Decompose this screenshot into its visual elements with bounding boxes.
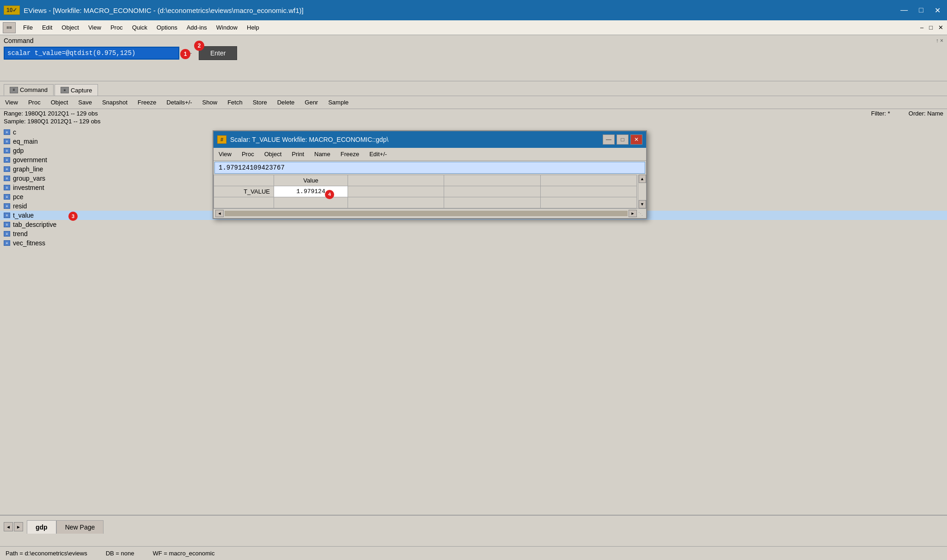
toolbar-store[interactable]: Store [248,97,272,108]
var-resid-label: resid [13,202,27,210]
scalar-toolbar-object[interactable]: Object [259,149,287,159]
command-label: Command ↑ × [4,37,943,44]
menu-edit[interactable]: Edit [37,23,57,32]
scroll-down-btn[interactable]: ▼ [639,200,646,208]
var-vec_fitness[interactable]: ≡ vec_fitness [0,238,947,248]
toolbar-save[interactable]: Save [73,97,97,108]
scalar-title-controls: — □ ✕ [603,134,642,145]
badge-1: 1 [180,49,190,59]
var-tab_descriptive[interactable]: ≡ tab_descriptive [0,220,947,229]
scalar-row-value: 1.979124 4 [274,186,348,197]
scalar-table-col4 [444,175,540,186]
scalar-toolbar-print[interactable]: Print [287,149,309,159]
menu-file[interactable]: File [18,23,37,32]
menu-addins[interactable]: Add-ins [182,23,212,32]
var-t_value-label: t_value [13,212,34,219]
hscroll-left-btn[interactable]: ◄ [215,210,224,217]
bottom-nav-arrows: ◄ ► [4,522,23,531]
toolbar-show[interactable]: Show [197,97,223,108]
scalar-toolbar-name[interactable]: Name [309,149,336,159]
var-c-label: c [13,128,16,136]
var-graph_line-label: graph_line [13,165,43,173]
bottom-tab-gdp[interactable]: gdp [27,520,56,534]
nav-left-btn[interactable]: ◄ [4,522,13,531]
toolbar-view[interactable]: View [0,97,23,108]
scalar-toolbar-edit[interactable]: Edit+/- [364,149,392,159]
var-resid-icon: ≡ [4,203,10,209]
scalar-table-col5 [540,175,636,186]
scalar-minimize-btn[interactable]: — [603,134,615,145]
var-pce-icon: ≡ [4,194,10,200]
scalar-empty-r2-4 [444,197,540,208]
menu-options[interactable]: Options [152,23,182,32]
close-button[interactable]: ✕ [932,5,943,16]
tab-command[interactable]: ≡ Command [4,84,54,96]
menu-restore[interactable]: – [920,24,923,31]
scalar-row-name: T_VALUE [214,186,274,197]
toolbar-fetch[interactable]: Fetch [222,97,248,108]
scroll-up-btn[interactable]: ▲ [639,175,646,183]
command-pin-controls: ↑ × [936,37,943,44]
scalar-title-label: Scalar: T_VALUE Workfile: MACRO_ECONOMIC… [230,136,388,143]
toolbar-sample[interactable]: Sample [323,97,354,108]
menu-object[interactable]: Object [57,23,84,32]
status-db: DB = none [106,550,134,557]
var-eq_main-label: eq_main [13,138,38,145]
tab-command-label: Command [20,86,48,93]
app-icon: 10✓ [4,6,20,15]
resize-grip[interactable]: ⋱ [637,210,644,217]
menu-close[interactable]: ✕ [938,24,943,31]
scalar-table-name-header [214,175,274,186]
menu-view[interactable]: View [84,23,106,32]
var-group_vars-label: group_vars [13,175,45,182]
nav-right-btn[interactable]: ► [14,522,23,531]
scalar-table-container: Value T_VALUE 1.979124 4 [214,175,646,208]
menu-proc[interactable]: Proc [106,23,128,32]
toolbar-delete[interactable]: Delete [272,97,300,108]
toolbar-object[interactable]: Object [46,97,73,108]
sample-label: Sample: [4,118,27,125]
tab-capture[interactable]: ≡ Capture [55,84,98,96]
scalar-close-btn[interactable]: ✕ [630,134,642,145]
var-group_vars-icon: ≡ [4,176,10,181]
menu-quick[interactable]: Quick [128,23,152,32]
menu-help[interactable]: Help [242,23,264,32]
enter-button[interactable]: Enter [199,46,237,60]
scalar-maximize-btn[interactable]: □ [617,134,629,145]
sample-info-bar: Sample: 1980Q1 2012Q1 -- 129 obs [0,117,947,126]
var-trend[interactable]: ≡ trend [0,229,947,238]
sample-info: Sample: 1980Q1 2012Q1 -- 129 obs [4,118,101,125]
scalar-table-value-header: Value [274,175,348,186]
var-trend-label: trend [13,230,28,237]
toolbar-freeze[interactable]: Freeze [133,97,161,108]
var-government-label: government [13,156,47,164]
bottom-tab-new-page[interactable]: New Page [56,520,104,534]
var-eq_main-icon: ≡ [4,139,10,144]
scalar-toolbar-proc[interactable]: Proc [237,149,259,159]
scalar-toolbar-freeze[interactable]: Freeze [336,149,364,159]
scalar-empty-r2-2 [274,197,348,208]
tab-capture-icon: ≡ [61,87,69,93]
filter-label: Filter: * [871,110,890,117]
minimize-button[interactable]: — [898,5,910,15]
scalar-title-bar: # Scalar: T_VALUE Workfile: MACRO_ECONOM… [214,131,646,148]
tab-command-icon: ≡ [10,87,18,93]
menu-maximize[interactable]: □ [929,24,933,31]
command-input[interactable] [4,47,179,60]
scalar-empty-1 [348,186,444,197]
toolbar-snapshot[interactable]: Snapshot [97,97,133,108]
var-gdp-label: gdp [13,147,24,154]
status-wf: WF = macro_economic [153,550,214,557]
hscroll-right-btn[interactable]: ► [629,210,637,217]
var-vec_fitness-label: vec_fitness [13,239,45,247]
toolbar-genr[interactable]: Genr [299,97,323,108]
scalar-toolbar-view[interactable]: View [214,149,237,159]
toolbar-details[interactable]: Details+/- [161,97,197,108]
scalar-bottom-bar: ◄ ► ⋱ [214,208,646,218]
maximize-button[interactable]: □ [916,5,926,15]
tabs-area: ≡ Command ≡ Capture [0,81,947,96]
toolbar-proc[interactable]: Proc [23,97,46,108]
badge-3: 3 [68,212,78,221]
scalar-empty-r2-3 [348,197,444,208]
menu-window[interactable]: Window [212,23,242,32]
